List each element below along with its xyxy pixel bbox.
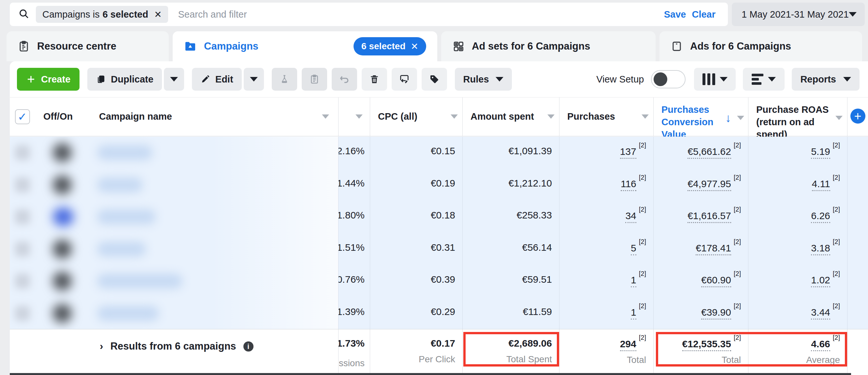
duplicate-dropdown-button[interactable] — [164, 68, 184, 91]
trash-icon — [369, 74, 380, 84]
selected-count-badge[interactable]: 6 selected ✕ — [353, 37, 426, 55]
sort-caret-icon[interactable] — [355, 114, 363, 119]
amount-spent-value: €258.33 — [462, 201, 559, 233]
sort-caret-icon[interactable] — [835, 116, 843, 120]
header-purchase-roas[interactable]: Purchase ROAS (return on ad spend) — [748, 97, 847, 136]
ctr-value: 1.44% — [338, 178, 365, 189]
undo-button[interactable] — [332, 68, 357, 91]
select-all-checkbox[interactable]: ✓ — [15, 109, 30, 124]
info-icon[interactable]: i — [243, 341, 253, 351]
create-button[interactable]: Create — [17, 68, 80, 91]
campaign-toggle[interactable] — [53, 304, 72, 323]
campaign-toggle[interactable] — [53, 143, 72, 162]
filter-chip-value: 6 selected — [103, 9, 148, 20]
row-checkbox[interactable] — [15, 145, 30, 160]
redacted-campaign-name[interactable] — [97, 306, 159, 321]
row-checkbox[interactable] — [15, 273, 30, 289]
roas-value: 5.19[2] — [748, 137, 847, 169]
edit-button[interactable]: Edit — [192, 68, 242, 91]
pcv-value: €5,661.62[2] — [653, 137, 748, 169]
header-amount-spent[interactable]: Amount spent — [462, 97, 559, 136]
sort-caret-icon[interactable] — [322, 114, 329, 119]
clear-selection-icon[interactable]: ✕ — [411, 41, 418, 52]
campaign-toggle[interactable] — [53, 271, 72, 291]
row-checkbox[interactable] — [15, 242, 30, 257]
cpc-value: €0.31 — [370, 233, 462, 265]
paste-button[interactable] — [302, 68, 327, 91]
frame-icon — [671, 40, 683, 53]
tab-campaigns[interactable]: Campaigns 6 selected ✕ — [173, 31, 437, 61]
amount-spent-value: €59.51 — [462, 265, 559, 297]
roas-value: 3.44[2] — [748, 297, 847, 329]
campaign-toggle[interactable] — [53, 240, 72, 259]
ab-test-button[interactable] — [272, 68, 297, 91]
tab-resource-centre[interactable]: Resource centre — [6, 31, 169, 61]
breakdown-icon — [752, 72, 764, 86]
breakdown-button[interactable] — [743, 68, 784, 91]
table-row[interactable]: 1.51% €0.31 €56.14 5[2] €178.41[2] 3.18[… — [338, 233, 868, 265]
tab-ad-sets[interactable]: Ad sets for 6 Campaigns — [441, 31, 656, 61]
purchases-value: 1[2] — [559, 265, 653, 297]
purchases-value: 1[2] — [559, 297, 653, 329]
cpc-value: €0.39 — [370, 265, 462, 297]
sort-caret-icon[interactable] — [451, 114, 458, 119]
tab-ads[interactable]: Ads for 6 Campaigns — [659, 31, 862, 61]
table-row[interactable]: 2.16% €0.15 €1,091.39 137[2] €5,661.62[2… — [338, 137, 868, 169]
cpc-value: €0.29 — [370, 297, 462, 329]
redacted-campaign-name[interactable] — [97, 273, 183, 289]
export-button[interactable] — [392, 68, 417, 91]
reports-button[interactable]: Reports — [792, 68, 860, 91]
rules-button[interactable]: Rules — [455, 68, 512, 91]
header-purchases-conversion-value[interactable]: Purchases Conversion Value ↓ — [653, 97, 748, 136]
redacted-campaign-area — [10, 137, 338, 329]
highlight-box-pcv-roas — [656, 332, 847, 367]
redacted-campaign-name[interactable] — [97, 242, 146, 257]
table-row[interactable]: 0.76% €0.39 €59.51 1[2] €60.90[2] 1.02[2… — [338, 265, 868, 297]
bottom-edge-bar — [10, 373, 851, 375]
date-range-selector[interactable]: 1 May 2021-31 May 2021 — [732, 3, 865, 26]
check-icon: ✓ — [18, 110, 27, 123]
row-checkbox[interactable] — [15, 306, 30, 321]
undo-icon — [339, 74, 350, 85]
tab-campaigns-label: Campaigns — [204, 40, 258, 52]
table-row[interactable]: 1.80% €0.18 €258.33 34[2] €1,616.57[2] 6… — [338, 201, 868, 233]
chevron-right-icon[interactable]: › — [100, 340, 103, 352]
header-cpc[interactable]: CPC (all) — [370, 97, 462, 136]
save-filter-button[interactable]: Save — [664, 9, 686, 20]
add-column-icon[interactable]: + — [850, 109, 865, 123]
campaign-toggle[interactable] — [53, 175, 72, 194]
table-row[interactable]: 1.39% €0.29 €11.59 1[2] €39.90[2] 3.44[2… — [338, 297, 868, 329]
redacted-campaign-name[interactable] — [97, 177, 143, 193]
view-setup-label: View Setup — [596, 74, 644, 85]
delete-button[interactable] — [362, 68, 387, 91]
pcv-value: €4,977.95[2] — [653, 169, 748, 201]
redacted-campaign-name[interactable] — [97, 209, 156, 224]
row-checkbox[interactable] — [15, 209, 30, 224]
row-checkbox[interactable] — [15, 177, 30, 193]
table-row[interactable]: 1.44% €0.19 €1,212.10 116[2] €4,977.95[2… — [338, 169, 868, 201]
purchases-value: 116[2] — [559, 169, 653, 201]
search-input[interactable] — [178, 9, 655, 20]
roas-value: 4.11[2] — [748, 169, 847, 201]
clear-filter-button[interactable]: Clear — [692, 9, 715, 20]
sort-caret-icon[interactable] — [548, 114, 555, 119]
duplicate-button[interactable]: Duplicate — [87, 68, 162, 91]
edit-dropdown-button[interactable] — [244, 68, 264, 91]
header-campaign-name[interactable]: Campaign name — [91, 97, 338, 136]
pencil-icon — [200, 74, 210, 84]
tag-button[interactable] — [422, 68, 447, 91]
columns-button[interactable] — [694, 68, 736, 91]
redacted-campaign-name[interactable] — [97, 145, 153, 160]
view-setup-toggle[interactable] — [651, 70, 685, 88]
ctr-value: 1.39% — [338, 306, 365, 317]
header-off-on: Off/On — [35, 97, 91, 136]
remove-filter-icon[interactable]: ✕ — [154, 9, 162, 20]
sort-caret-icon[interactable] — [642, 114, 649, 119]
sort-caret-icon[interactable] — [737, 116, 744, 120]
footer-purchases-cell: 294[2] Total — [559, 329, 653, 375]
campaign-toggle[interactable] — [53, 207, 74, 226]
header-clipped-column[interactable] — [338, 97, 370, 136]
filter-chip-campaigns[interactable]: Campaigns is 6 selected ✕ — [36, 6, 168, 23]
header-select-all-cell: ✓ — [10, 97, 35, 136]
header-purchases[interactable]: Purchases — [559, 97, 653, 136]
